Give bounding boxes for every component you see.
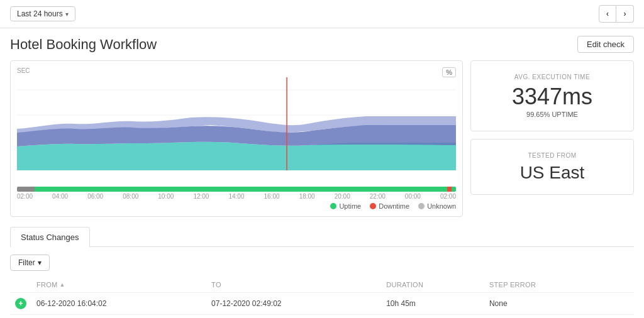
unknown-label: Unknown [427, 202, 456, 210]
x-tick: 08:00 [123, 193, 138, 200]
status-table: FROM ▲ TO DURATION STEP ERROR + 06-12-20… [10, 277, 634, 318]
table-body: + 06-12-2020 16:04:02 07-12-2020 02:49:0… [10, 293, 634, 319]
th-duration: DURATION [381, 277, 484, 293]
time-selector[interactable]: Last 24 hours ▾ [10, 6, 75, 21]
sort-icon: ▲ [60, 282, 65, 288]
x-tick: 22:00 [370, 193, 386, 200]
uptime-label: Uptime [339, 202, 361, 210]
status-icon-up: + [15, 298, 26, 309]
status-cell: + [10, 293, 31, 315]
th-from: FROM ▲ [31, 277, 206, 293]
stat-value-region: US East [484, 164, 621, 182]
th-actions [608, 277, 634, 293]
x-tick: 00:00 [405, 193, 421, 200]
prev-arrow[interactable]: ‹ [599, 5, 616, 23]
x-tick: 02:00 [17, 193, 33, 200]
time-selector-label: Last 24 hours [17, 9, 63, 18]
action-cell: ⚒ [608, 315, 634, 319]
downtime-label: Downtime [379, 202, 409, 210]
chart-section: SEC % 6 4 2 [10, 60, 463, 217]
chevron-down-icon: ▾ [38, 258, 42, 267]
status-bar [17, 187, 456, 192]
x-tick: 14:00 [228, 193, 244, 200]
from-cell: 06-12-2020 15:59:02 [31, 315, 206, 319]
th-step-error: STEP ERROR [484, 277, 608, 293]
main-content: SEC % 6 4 2 [0, 60, 644, 227]
chart-x-axis: 02:00 04:00 06:00 08:00 10:00 12:00 14:0… [17, 192, 456, 200]
page-header: Hotel Booking Workflow Edit check [0, 28, 644, 60]
stat-card-region: TESTED FROM US East [470, 139, 634, 195]
stat-card-execution: AVG. EXECUTION TIME 3347ms 99.65% UPTIME [470, 60, 634, 131]
stat-sub-execution: 99.65% UPTIME [484, 111, 621, 118]
filter-label: Filter [18, 258, 35, 267]
tab-status-changes[interactable]: Status Changes [10, 227, 90, 247]
x-tick: 10:00 [158, 193, 174, 200]
chart-y-label: SEC [17, 67, 30, 74]
th-to: TO [206, 277, 381, 293]
x-tick: 20:00 [335, 193, 350, 200]
edit-check-button[interactable]: Edit check [577, 36, 634, 53]
action-cell [608, 293, 634, 315]
next-arrow[interactable]: › [616, 5, 634, 23]
stats-panel: AVG. EXECUTION TIME 3347ms 99.65% UPTIME… [470, 60, 634, 217]
x-tick: 12:00 [193, 193, 209, 200]
nav-arrows: ‹ › [599, 5, 634, 23]
x-tick: 02:00 [440, 193, 456, 200]
tabs: Status Changes [10, 227, 634, 247]
table-header: FROM ▲ TO DURATION STEP ERROR [10, 277, 634, 293]
unknown-dot [418, 203, 425, 209]
legend-uptime: Uptime [330, 202, 361, 210]
x-tick: 06:00 [87, 193, 103, 200]
x-tick: 04:00 [52, 193, 68, 200]
status-cell: × [10, 315, 31, 319]
chart-header: SEC % [17, 67, 456, 77]
legend-unknown: Unknown [418, 202, 456, 210]
page-title: Hotel Booking Workflow [10, 36, 157, 53]
stat-label-execution: AVG. EXECUTION TIME [484, 74, 621, 80]
filter-button[interactable]: Filter ▾ [10, 255, 50, 271]
table-row: + 06-12-2020 16:04:02 07-12-2020 02:49:0… [10, 293, 634, 315]
to-cell: 07-12-2020 02:49:02 [206, 293, 381, 315]
percent-badge: % [442, 67, 456, 77]
chevron-down-icon: ▾ [65, 11, 69, 18]
to-cell: 06-12-2020 16:04:02 [206, 315, 381, 319]
x-tick: 18:00 [299, 193, 315, 200]
from-cell: 06-12-2020 16:04:02 [31, 293, 206, 315]
chart-legend: Uptime Downtime Unknown [17, 202, 456, 210]
step-error-cell: None [484, 293, 608, 315]
duration-cell: 5m [381, 315, 484, 319]
status-section: Status Changes Filter ▾ FROM ▲ TO DURATI… [0, 227, 644, 318]
top-bar: Last 24 hours ▾ ‹ › [0, 0, 644, 28]
step-error-cell: 2 [484, 315, 608, 319]
uptime-dot [330, 203, 336, 209]
duration-cell: 10h 45m [381, 293, 484, 315]
chart-area: 6 4 2 [17, 77, 456, 184]
downtime-dot [370, 203, 376, 209]
stat-label-region: TESTED FROM [484, 152, 621, 159]
stat-value-execution: 3347ms [484, 85, 621, 108]
x-tick: 16:00 [264, 193, 280, 200]
table-row: × 06-12-2020 15:59:02 06-12-2020 16:04:0… [10, 315, 634, 319]
legend-downtime: Downtime [370, 202, 409, 210]
th-status [10, 277, 31, 293]
